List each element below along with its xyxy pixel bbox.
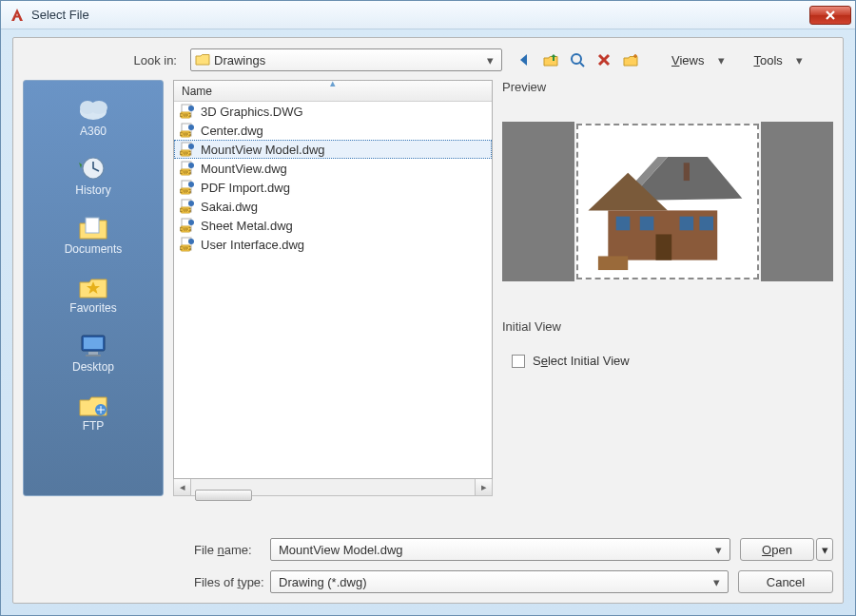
sidebar-item-history[interactable]: History [28, 149, 159, 202]
preview-box [502, 122, 833, 281]
open-split-button[interactable]: ▾ [816, 538, 833, 561]
svg-point-43 [188, 220, 194, 225]
sidebar-item-ftp[interactable]: FTP [28, 385, 159, 438]
places-sidebar: A360 History [23, 80, 164, 496]
ftp-folder-icon [74, 389, 112, 419]
file-row[interactable]: DWG PDF Import.dwg [174, 178, 492, 197]
svg-rect-14 [86, 355, 101, 356]
svg-rect-10 [86, 218, 99, 233]
sort-ascending-icon: ▴ [330, 80, 336, 89]
select-initial-view-label: Select Initial View [533, 354, 630, 368]
svg-point-35 [188, 182, 194, 187]
svg-rect-57 [598, 256, 628, 270]
mid-row: A360 History [23, 80, 833, 496]
bottom-row: File name: MountView Model.dwg ▾ Open ▾ … [23, 529, 833, 593]
dwg-file-icon: DWG [180, 199, 195, 214]
autocad-app-icon [9, 7, 26, 24]
file-name-value: MountView Model.dwg [275, 543, 710, 557]
select-initial-view-checkbox[interactable] [512, 355, 525, 368]
svg-point-2 [572, 54, 581, 64]
svg-rect-54 [680, 217, 694, 231]
history-icon [74, 153, 112, 183]
file-list-header-name[interactable]: Name ▴ [174, 81, 492, 102]
cancel-button[interactable]: Cancel [738, 570, 833, 593]
preview-label: Preview [502, 80, 833, 97]
search-web-button[interactable] [567, 49, 588, 70]
files-of-type-value: Drawing (*.dwg) [275, 575, 709, 589]
file-name-combo[interactable]: MountView Model.dwg ▾ [270, 538, 730, 561]
tools-menu[interactable]: Tools [748, 53, 788, 67]
delete-button[interactable] [593, 49, 614, 70]
sidebar-item-desktop[interactable]: Desktop [28, 326, 159, 379]
svg-text:DWG: DWG [180, 188, 191, 194]
preview-matte-left [502, 122, 574, 281]
file-row[interactable]: DWG MountView Model.dwg [174, 140, 492, 159]
scroll-left-button[interactable]: ◂ [174, 479, 191, 495]
file-list-rows: DWG 3D Graphics.DWG DWG Center.dwg DWG M… [174, 102, 492, 254]
documents-folder-icon [74, 212, 112, 242]
svg-point-47 [188, 239, 194, 244]
file-name-cell: User Interface.dwg [201, 238, 304, 252]
svg-rect-13 [88, 352, 98, 355]
file-row[interactable]: DWG 3D Graphics.DWG [174, 102, 492, 121]
svg-point-27 [188, 144, 194, 149]
files-of-type-combo[interactable]: Drawing (*.dwg) ▾ [270, 570, 729, 593]
file-row[interactable]: DWG Sakai.dwg [174, 197, 492, 216]
sidebar-item-documents[interactable]: Documents [28, 208, 159, 261]
svg-text:DWG: DWG [180, 131, 191, 137]
file-row[interactable]: DWG User Interface.dwg [174, 235, 492, 254]
cloud-icon [74, 94, 112, 125]
svg-point-39 [188, 201, 194, 206]
look-in-combo[interactable]: Drawings ▾ [190, 48, 502, 71]
file-name-cell: Sheet Metal.dwg [201, 219, 293, 233]
file-row[interactable]: DWG MountView.dwg [174, 159, 492, 178]
file-list[interactable]: Name ▴ DWG 3D Graphics.DWG DWG Center.dw… [173, 80, 493, 479]
sidebar-item-label: Favorites [69, 301, 116, 315]
top-row: Look in: Drawings ▾ [23, 48, 833, 72]
file-row[interactable]: DWG Center.dwg [174, 121, 492, 140]
up-one-level-button[interactable] [540, 49, 561, 70]
svg-text:DWG: DWG [180, 226, 191, 232]
views-menu-chevron[interactable]: ▾ [715, 53, 727, 67]
svg-text:DWG: DWG [180, 245, 191, 251]
new-folder-button[interactable] [620, 49, 641, 70]
file-name-cell: 3D Graphics.DWG [201, 105, 303, 119]
file-row[interactable]: DWG Sheet Metal.dwg [174, 216, 492, 235]
svg-point-23 [188, 125, 194, 130]
folder-icon [195, 53, 210, 67]
chevron-down-icon: ▾ [709, 575, 724, 589]
scroll-right-button[interactable]: ▸ [475, 479, 492, 495]
initial-view-label: Initial View [502, 319, 833, 337]
toolbar: Views ▾ Tools ▾ [514, 49, 806, 70]
sidebar-item-label: Desktop [72, 360, 114, 374]
svg-text:DWG: DWG [180, 150, 191, 156]
dialog-body: Look in: Drawings ▾ [12, 37, 844, 604]
tools-menu-chevron[interactable]: ▾ [794, 53, 806, 67]
window-title: Select File [31, 8, 809, 22]
file-name-cell: MountView Model.dwg [201, 143, 325, 157]
back-button[interactable] [514, 49, 535, 70]
dwg-file-icon: DWG [180, 218, 195, 233]
look-in-value: Drawings [210, 53, 482, 67]
file-name-cell: Sakai.dwg [201, 200, 258, 214]
favorites-folder-icon [74, 271, 112, 301]
open-button[interactable]: Open [740, 538, 814, 561]
svg-rect-55 [699, 217, 713, 231]
sidebar-item-a360[interactable]: A360 [28, 90, 159, 144]
desktop-monitor-icon [74, 330, 112, 360]
svg-text:DWG: DWG [180, 112, 191, 118]
select-file-dialog: Select File Look in: Drawings ▾ [0, 0, 856, 616]
dwg-file-icon: DWG [180, 180, 195, 195]
scroll-thumb[interactable] [195, 490, 252, 501]
close-button[interactable] [809, 6, 851, 25]
chevron-down-icon: ▾ [482, 53, 497, 67]
views-menu[interactable]: Views [666, 53, 710, 67]
files-of-type-label: Files of type: [23, 575, 270, 589]
sidebar-item-label: History [75, 183, 110, 197]
right-pane: Preview [502, 80, 833, 496]
sidebar-item-label: A360 [80, 125, 107, 138]
svg-rect-12 [84, 337, 103, 349]
sidebar-item-favorites[interactable]: Favorites [28, 267, 159, 320]
file-name-cell: PDF Import.dwg [201, 181, 290, 195]
horizontal-scrollbar[interactable]: ◂ ▸ [173, 479, 493, 496]
